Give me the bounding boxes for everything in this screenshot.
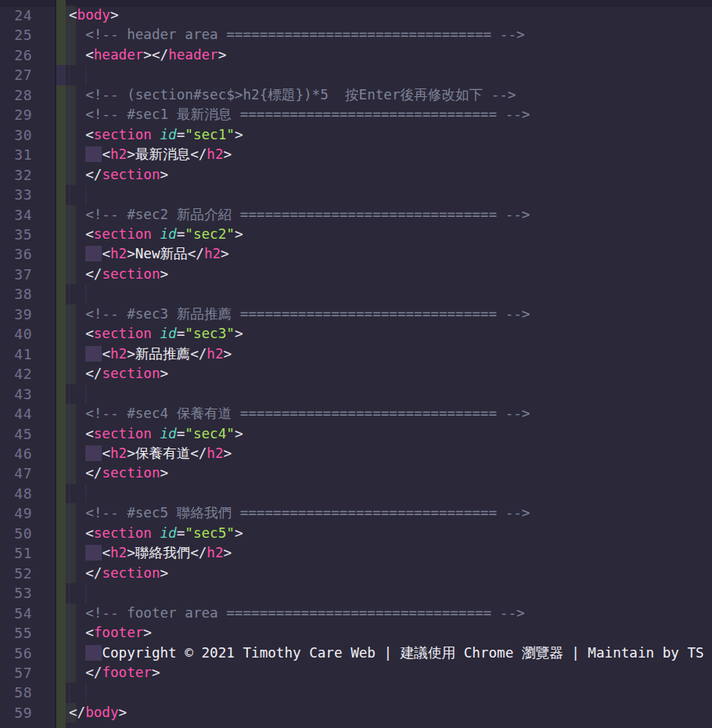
line-number[interactable]: 30 <box>0 125 32 145</box>
code-line-26[interactable]: 26 <header></header> <box>0 45 712 65</box>
code-line-39[interactable]: 39 <!-- #sec3 新品推薦 =====================… <box>0 305 712 324</box>
line-number[interactable]: 24 <box>0 5 32 25</box>
code-line-58[interactable]: 58 <box>0 683 712 702</box>
code-line-48[interactable]: 48 <box>0 484 712 503</box>
code-line-35[interactable]: 35 <section id="sec2"> <box>0 225 712 244</box>
code-token: <!-- footer area =======================… <box>85 605 524 621</box>
line-number[interactable]: 46 <box>0 444 32 463</box>
line-number[interactable]: 28 <box>0 85 32 105</box>
line-number[interactable]: 49 <box>0 503 32 523</box>
line-number[interactable]: 52 <box>0 564 32 583</box>
code-token: 聯絡我們 <box>135 545 190 560</box>
line-number[interactable]: 50 <box>0 524 32 543</box>
code-line-36[interactable]: 36 <h2>New新品</h2> <box>0 244 712 264</box>
code-line-25[interactable]: 25 <!-- header area ====================… <box>0 25 712 45</box>
line-number[interactable]: 41 <box>0 344 32 364</box>
line-number[interactable]: 36 <box>0 244 32 264</box>
code-line-30[interactable]: 30 <section id="sec1"> <box>0 125 712 145</box>
code-token: </ <box>190 146 207 162</box>
line-number[interactable]: 48 <box>0 484 32 503</box>
code-text: <section id="sec1"> <box>69 125 243 145</box>
code-line-42[interactable]: 42 </section> <box>0 364 712 384</box>
line-number[interactable]: 44 <box>0 404 32 423</box>
code-token: h2 <box>110 146 127 162</box>
code-line-51[interactable]: 51 <h2>聯絡我們</h2> <box>0 543 712 563</box>
indent-guide <box>69 384 70 404</box>
code-token: footer <box>94 625 144 640</box>
code-token: section <box>94 127 152 142</box>
code-line-59[interactable]: 59</body> <box>0 703 712 723</box>
line-number[interactable]: 58 <box>0 683 32 702</box>
code-token: h2 <box>110 545 127 560</box>
code-line-24[interactable]: 24<body> <box>0 5 712 25</box>
code-line-41[interactable]: 41 <h2>新品推薦</h2> <box>0 344 712 364</box>
line-number[interactable]: 25 <box>0 25 32 45</box>
code-editor[interactable]: 24<body>25 <!-- header area ============… <box>0 0 712 728</box>
line-number[interactable]: 42 <box>0 364 32 384</box>
line-number[interactable]: 45 <box>0 424 32 444</box>
line-number[interactable]: 34 <box>0 205 32 225</box>
code-text: <section id="sec4"> <box>69 424 243 444</box>
code-line-31[interactable]: 31 <h2>最新消息</h2> <box>0 145 712 164</box>
line-number[interactable]: 51 <box>0 543 32 563</box>
line-number[interactable]: 33 <box>0 185 32 204</box>
line-number[interactable]: 43 <box>0 384 32 404</box>
code-line-34[interactable]: 34 <!-- #sec2 新品介紹 =====================… <box>0 205 712 225</box>
code-line-32[interactable]: 32 </section> <box>0 165 712 185</box>
code-text: <!-- header area =======================… <box>69 25 525 45</box>
code-line-33[interactable]: 33 <box>0 185 712 204</box>
line-number[interactable]: 59 <box>0 703 32 723</box>
highlighted-whitespace <box>85 346 102 362</box>
line-number[interactable]: 47 <box>0 463 32 483</box>
line-number[interactable]: 57 <box>0 663 32 683</box>
code-line-37[interactable]: 37 </section> <box>0 265 712 284</box>
code-line-55[interactable]: 55 <footer> <box>0 623 712 643</box>
code-token: </ <box>85 266 102 282</box>
code-line-28[interactable]: 28 <!-- (section#sec$>h2{標題})*5 按Enter後再… <box>0 85 712 105</box>
code-line-54[interactable]: 54 <!-- footer area ====================… <box>0 604 712 623</box>
code-line-56[interactable]: 56 Copyright © 2021 Timothy Care Web | 建… <box>0 643 712 663</box>
line-number[interactable]: 26 <box>0 45 32 65</box>
code-line-47[interactable]: 47 </section> <box>0 463 712 483</box>
line-number[interactable]: 38 <box>0 284 32 304</box>
line-number[interactable]: 39 <box>0 305 32 324</box>
code-line-53[interactable]: 53 <box>0 583 712 603</box>
code-line-49[interactable]: 49 <!-- #sec5 聯絡我們 =====================… <box>0 503 712 523</box>
code-line-45[interactable]: 45 <section id="sec4"> <box>0 424 712 444</box>
code-token: < <box>102 146 110 162</box>
code-line-52[interactable]: 52 </section> <box>0 564 712 583</box>
code-line-57[interactable]: 57 </footer> <box>0 663 712 683</box>
indent-guide <box>69 185 70 204</box>
line-number[interactable]: 29 <box>0 105 32 124</box>
indent-guide <box>85 683 86 702</box>
line-number[interactable]: 53 <box>0 583 32 603</box>
line-number[interactable]: 56 <box>0 643 32 663</box>
code-line-29[interactable]: 29 <!-- #sec1 最新消息 =====================… <box>0 105 712 124</box>
line-number[interactable]: 37 <box>0 265 32 284</box>
line-number[interactable]: 31 <box>0 145 32 164</box>
code-token: < <box>102 246 110 261</box>
line-number[interactable]: 54 <box>0 604 32 623</box>
line-number[interactable]: 32 <box>0 165 32 185</box>
line-number[interactable]: 40 <box>0 324 32 344</box>
code-token: > <box>127 346 135 362</box>
code-token: h2 <box>204 246 221 261</box>
code-token: id <box>160 326 177 341</box>
code-line-27[interactable]: 27 <box>0 65 712 85</box>
code-line-38[interactable]: 38 <box>0 284 712 304</box>
code-line-43[interactable]: 43 <box>0 384 712 404</box>
code-text: <header></header> <box>69 45 226 65</box>
code-text: </section> <box>69 463 168 483</box>
line-number[interactable]: 27 <box>0 65 32 85</box>
line-number[interactable]: 35 <box>0 225 32 244</box>
code-line-46[interactable]: 46 <h2>保養有道</h2> <box>0 444 712 463</box>
code-token <box>152 525 160 541</box>
code-token: "sec4" <box>185 426 235 441</box>
line-number[interactable]: 55 <box>0 623 32 643</box>
code-line-50[interactable]: 50 <section id="sec5"> <box>0 524 712 543</box>
code-line-40[interactable]: 40 <section id="sec3"> <box>0 324 712 344</box>
code-token: <!-- #sec1 最新消息 ========================… <box>85 106 530 122</box>
code-line-44[interactable]: 44 <!-- #sec4 保養有道 =====================… <box>0 404 712 423</box>
code-token: > <box>160 366 169 381</box>
code-lines-container[interactable]: 24<body>25 <!-- header area ============… <box>0 5 712 723</box>
